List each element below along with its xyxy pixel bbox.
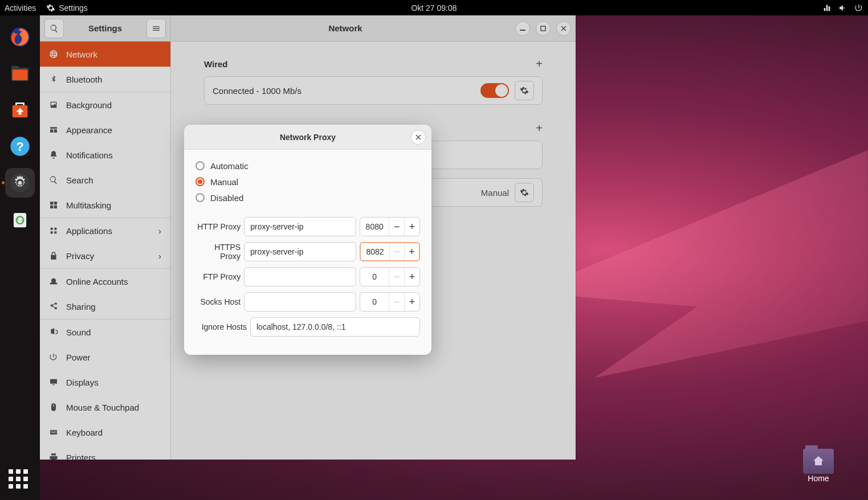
http-proxy-host-input[interactable] (244, 217, 356, 236)
volume-indicator-icon[interactable] (838, 3, 847, 13)
activities-button[interactable]: Activities (5, 3, 36, 13)
gear-icon (46, 3, 55, 13)
http-proxy-label: HTTP Proxy (195, 222, 241, 231)
http-proxy-port-input[interactable] (360, 222, 389, 231)
https-proxy-port-input[interactable] (361, 247, 389, 256)
svg-rect-8 (14, 213, 26, 227)
dialog-title: Network Proxy (205, 133, 411, 142)
network-proxy-dialog: Network Proxy Automatic Manual Disabled … (184, 125, 431, 355)
spin-decrement-button[interactable]: − (389, 293, 404, 311)
ignore-hosts-input[interactable] (250, 317, 420, 337)
radio-manual[interactable]: Manual (195, 174, 420, 190)
svg-rect-3 (13, 69, 28, 80)
dock-firefox[interactable] (5, 22, 35, 52)
radio-automatic-label: Automatic (210, 161, 248, 171)
top-panel: Activities Settings Okt 27 09:08 (0, 0, 868, 15)
ftp-proxy-port-input[interactable] (360, 272, 389, 281)
spin-increment-button[interactable]: + (404, 268, 419, 286)
dialog-close-button[interactable] (411, 130, 426, 145)
spin-increment-button[interactable]: + (404, 243, 419, 260)
socks-host-label: Socks Host (195, 297, 241, 306)
power-indicator-icon[interactable] (854, 3, 863, 13)
radio-icon (195, 161, 205, 170)
network-indicator-icon[interactable] (822, 3, 832, 13)
dock-settings[interactable] (5, 168, 35, 198)
spin-decrement-button[interactable]: − (389, 268, 404, 286)
ftp-proxy-label: FTP Proxy (195, 272, 241, 281)
socks-host-input[interactable] (244, 292, 356, 312)
socks-port-spinner: − + (360, 292, 420, 312)
dock-trash[interactable] (5, 204, 35, 234)
radio-automatic[interactable]: Automatic (195, 158, 420, 174)
clock[interactable]: Okt 27 09:08 (411, 3, 457, 13)
spin-increment-button[interactable]: + (404, 218, 419, 236)
ftp-proxy-port-spinner: − + (360, 267, 420, 286)
ignore-hosts-label: Ignore Hosts (195, 322, 247, 331)
radio-manual-label: Manual (210, 177, 238, 187)
radio-icon (195, 193, 205, 202)
dock-files[interactable] (5, 59, 35, 88)
app-menu[interactable]: Settings (46, 3, 88, 13)
dock-software[interactable] (5, 95, 35, 125)
spin-decrement-button[interactable]: − (389, 243, 404, 260)
dock-help[interactable]: ? (5, 132, 35, 161)
dock-show-applications[interactable] (9, 469, 31, 492)
http-proxy-port-spinner: − + (360, 217, 420, 236)
desktop-home-icon[interactable]: Home (803, 449, 834, 483)
https-proxy-port-spinner: − + (360, 242, 420, 261)
radio-disabled[interactable]: Disabled (195, 190, 420, 206)
app-menu-label: Settings (59, 3, 88, 13)
desktop-home-label: Home (808, 474, 829, 483)
radio-disabled-label: Disabled (210, 193, 243, 203)
svg-rect-2 (11, 66, 19, 70)
spin-decrement-button[interactable]: − (389, 218, 404, 236)
radio-icon (195, 177, 205, 186)
spin-increment-button[interactable]: + (404, 293, 419, 311)
close-icon (415, 134, 421, 140)
dock: ? (0, 15, 40, 500)
https-proxy-host-input[interactable] (244, 242, 356, 261)
ftp-proxy-host-input[interactable] (244, 267, 356, 286)
https-proxy-label: HTTPS Proxy (195, 243, 241, 261)
socks-port-input[interactable] (360, 297, 389, 306)
svg-text:?: ? (16, 140, 23, 154)
